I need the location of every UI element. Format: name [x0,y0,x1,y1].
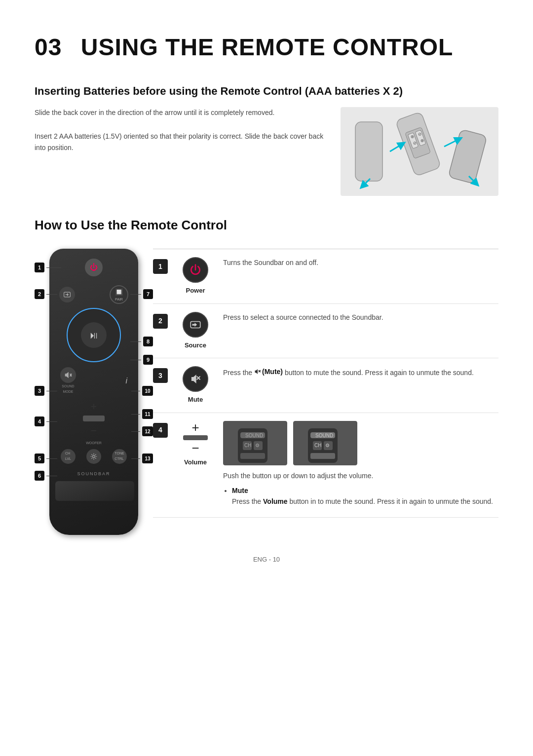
anno-9: 9 [130,355,153,365]
remote-illustration: 🔲 PAIR ⏯ SOUNDMO [35,249,153,535]
desc-text-source: Press to select a source connected to th… [223,312,498,323]
source-bt-row: 🔲 PAIR [55,285,132,304]
page-footer: ENG - 10 [35,555,498,565]
anno-7: 7 [130,289,153,299]
svg-rect-1 [355,122,382,181]
volume-section-illustration: + − WOOFER [55,398,132,446]
svg-text:⚙: ⚙ [325,443,330,448]
volume-icon-illustration: + − WOOFER [83,398,105,446]
desc-icon-volume: + − Volume [176,421,215,467]
desc-num-2: 2 [153,314,168,329]
ch-level-button: CHLVL [61,449,76,464]
dpad-illustration: ⏯ [67,308,121,362]
volume-image-1: SOUND CH ⚙ [223,421,287,465]
power-label: Power [186,286,205,296]
svg-rect-37 [310,453,335,459]
battery-text-1: Slide the back cover in the direction of… [35,107,326,119]
battery-section-heading: Inserting Batteries before using the Rem… [35,83,498,99]
svg-text:⚙: ⚙ [255,443,260,448]
how-to-heading: How to Use the Remote Control [35,216,498,235]
svg-text:SOUND: SOUND [245,433,263,438]
anno-5: 5 [35,454,57,463]
desc-num-4: 4 [153,423,168,438]
battery-instructions: Slide the back cover in the direction of… [35,107,326,196]
mute-button-illustration [60,367,76,383]
tone-control-button: TONECTRL [112,449,127,464]
mute-bullet: Mute Press the Volume button in to mute … [232,485,498,507]
volume-label: Volume [184,457,207,467]
desc-row-volume: 4 + − Volume [153,413,498,518]
soundbar-bar-illustration [55,481,134,501]
power-button-illustration [85,259,103,276]
how-to-container: 🔲 PAIR ⏯ SOUNDMO [35,249,498,535]
desc-num-1: 1 [153,259,168,274]
svg-rect-28 [240,453,265,459]
mute-icon [183,366,208,392]
info-button-illustration: i [125,375,127,387]
svg-point-14 [93,455,95,457]
source-button-illustration [59,287,75,302]
volume-image-2: SOUND CH ⚙ [293,421,357,465]
power-icon [183,257,208,283]
desc-text-power: Turns the Soundbar on and off. [223,257,498,268]
battery-text-2: Insert 2 AAA batteries (1.5V) oriented s… [35,131,326,154]
chapter-number: 03 [35,34,62,60]
battery-section: Slide the back cover in the direction of… [35,107,498,196]
desc-text-volume: SOUND CH ⚙ [223,421,498,509]
svg-text:CH: CH [314,443,321,448]
anno-10: 10 [131,386,153,396]
battery-svg: ⊕ ⊖ ⊖ ⊕ [341,107,498,196]
desc-row-mute: 3 Mute Press the [153,358,498,413]
volume-bullet-list: Mute Press the Volume button in to mute … [232,485,498,507]
source-icon [183,312,208,338]
desc-icon-mute: Mute [176,366,215,405]
mute-label: Mute [188,395,203,405]
footer-text: ENG - 10 [253,556,280,563]
desc-text-mute: Press the (Mute) button to mute the soun… [223,366,498,378]
page-title: 03 USING THE REMOTE CONTROL [35,30,498,65]
mute-info-row: SOUNDMODE i [55,367,132,394]
svg-text:SOUND: SOUND [315,433,333,438]
title-text: USING THE REMOTE CONTROL [81,34,454,60]
source-label: Source [185,340,206,350]
desc-icon-power: Power [176,257,215,296]
dpad-center: ⏯ [81,322,107,348]
bt-pair-button-illustration: 🔲 PAIR [110,285,128,304]
settings-button [86,449,101,464]
anno-4: 4 [35,416,57,426]
anno-13: 13 [131,454,153,463]
desc-num-3: 3 [153,368,168,383]
anno-3: 3 [35,386,57,396]
desc-row-power: 1 Power Turns the Soundbar on and off. [153,249,498,304]
svg-text:CH: CH [244,443,251,448]
anno-8: 8 [130,337,153,346]
soundbar-text: SOUNDBAR [55,471,132,478]
description-table: 1 Power Turns the Soundbar on and off. 2 [153,249,498,535]
anno-2: 2 [35,289,57,299]
desc-row-source: 2 Source Press to select a source connec… [153,304,498,359]
volume-icon: + − [183,421,208,454]
bottom-buttons-row: CHLVL TONECTRL [55,449,132,464]
remote-body: 🔲 PAIR ⏯ SOUNDMO [49,249,138,535]
anno-6: 6 [35,471,57,481]
volume-images: SOUND CH ⚙ [223,421,498,465]
battery-diagram-image: ⊕ ⊖ ⊖ ⊕ [341,107,498,196]
desc-icon-source: Source [176,312,215,350]
anno-1: 1 [35,263,61,272]
anno-11: 11 [131,409,153,419]
anno-12: 12 [131,426,153,436]
